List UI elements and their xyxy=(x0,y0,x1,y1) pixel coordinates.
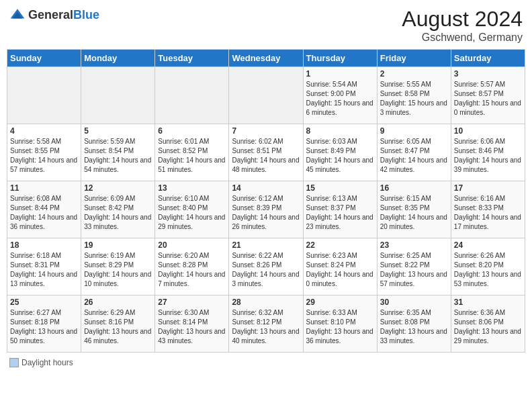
day-info: Sunrise: 6:18 AM Sunset: 8:31 PM Dayligh… xyxy=(10,251,78,289)
day-info: Sunrise: 6:06 AM Sunset: 8:46 PM Dayligh… xyxy=(454,137,522,175)
day-info: Sunrise: 6:20 AM Sunset: 8:28 PM Dayligh… xyxy=(158,251,226,289)
month-year: August 2024 xyxy=(402,7,523,32)
day-info: Sunrise: 5:54 AM Sunset: 9:00 PM Dayligh… xyxy=(306,80,374,118)
day-info: Sunrise: 6:13 AM Sunset: 8:37 PM Dayligh… xyxy=(306,194,374,232)
day-number: 7 xyxy=(232,126,300,136)
day-number: 30 xyxy=(380,298,448,307)
day-number: 26 xyxy=(84,298,152,307)
day-number: 27 xyxy=(158,298,226,307)
calendar-cell: 13Sunrise: 6:10 AM Sunset: 8:40 PM Dayli… xyxy=(155,181,229,238)
day-number: 2 xyxy=(380,69,448,79)
day-info: Sunrise: 6:09 AM Sunset: 8:42 PM Dayligh… xyxy=(84,194,152,232)
day-info: Sunrise: 6:36 AM Sunset: 8:06 PM Dayligh… xyxy=(454,308,522,346)
calendar-cell: 16Sunrise: 6:15 AM Sunset: 8:35 PM Dayli… xyxy=(377,181,451,238)
legend: Daylight hours xyxy=(7,358,525,369)
calendar-cell: 9Sunrise: 6:05 AM Sunset: 8:47 PM Daylig… xyxy=(377,124,451,181)
day-info: Sunrise: 6:29 AM Sunset: 8:16 PM Dayligh… xyxy=(84,308,152,346)
day-number: 29 xyxy=(306,298,374,307)
location: Gschwend, Germany xyxy=(402,32,523,44)
day-number: 25 xyxy=(10,298,78,307)
day-number: 28 xyxy=(232,298,300,307)
day-info: Sunrise: 6:10 AM Sunset: 8:40 PM Dayligh… xyxy=(158,194,226,232)
calendar-cell xyxy=(7,67,81,124)
calendar-week-5: 25Sunrise: 6:27 AM Sunset: 8:18 PM Dayli… xyxy=(7,295,525,353)
day-number: 19 xyxy=(84,240,152,250)
day-info: Sunrise: 6:25 AM Sunset: 8:22 PM Dayligh… xyxy=(380,251,448,289)
day-info: Sunrise: 6:23 AM Sunset: 8:24 PM Dayligh… xyxy=(306,251,374,289)
logo-icon xyxy=(9,7,26,23)
calendar-cell: 28Sunrise: 6:32 AM Sunset: 8:12 PM Dayli… xyxy=(229,295,303,353)
legend-label: Daylight hours xyxy=(21,358,73,367)
calendar-cell: 15Sunrise: 6:13 AM Sunset: 8:37 PM Dayli… xyxy=(303,181,377,238)
day-number: 13 xyxy=(158,183,226,193)
calendar-week-2: 4Sunrise: 5:58 AM Sunset: 8:55 PM Daylig… xyxy=(7,124,525,181)
day-number: 21 xyxy=(232,240,300,250)
calendar-cell: 20Sunrise: 6:20 AM Sunset: 8:28 PM Dayli… xyxy=(155,238,229,295)
day-info: Sunrise: 6:33 AM Sunset: 8:10 PM Dayligh… xyxy=(306,308,374,346)
day-header-sunday: Sunday xyxy=(7,50,81,67)
calendar-week-3: 11Sunrise: 6:08 AM Sunset: 8:44 PM Dayli… xyxy=(7,181,525,238)
calendar-cell: 7Sunrise: 6:02 AM Sunset: 8:51 PM Daylig… xyxy=(229,124,303,181)
day-number: 12 xyxy=(84,183,152,193)
day-info: Sunrise: 6:30 AM Sunset: 8:14 PM Dayligh… xyxy=(158,308,226,346)
day-number: 1 xyxy=(306,69,374,79)
day-info: Sunrise: 5:55 AM Sunset: 8:58 PM Dayligh… xyxy=(380,80,448,118)
calendar-cell: 22Sunrise: 6:23 AM Sunset: 8:24 PM Dayli… xyxy=(303,238,377,295)
day-number: 17 xyxy=(454,183,522,193)
day-number: 9 xyxy=(380,126,448,136)
day-number: 23 xyxy=(380,240,448,250)
day-info: Sunrise: 6:16 AM Sunset: 8:33 PM Dayligh… xyxy=(454,194,522,232)
day-info: Sunrise: 6:27 AM Sunset: 8:18 PM Dayligh… xyxy=(10,308,78,346)
day-info: Sunrise: 6:02 AM Sunset: 8:51 PM Dayligh… xyxy=(232,137,300,175)
day-number: 20 xyxy=(158,240,226,250)
logo-general: General xyxy=(28,8,73,22)
day-info: Sunrise: 6:05 AM Sunset: 8:47 PM Dayligh… xyxy=(380,137,448,175)
day-header-thursday: Thursday xyxy=(303,50,377,67)
day-number: 16 xyxy=(380,183,448,193)
calendar-cell: 12Sunrise: 6:09 AM Sunset: 8:42 PM Dayli… xyxy=(81,181,155,238)
day-info: Sunrise: 6:01 AM Sunset: 8:52 PM Dayligh… xyxy=(158,137,226,175)
day-info: Sunrise: 6:26 AM Sunset: 8:20 PM Dayligh… xyxy=(454,251,522,289)
logo: General Blue xyxy=(9,7,99,23)
calendar-cell: 27Sunrise: 6:30 AM Sunset: 8:14 PM Dayli… xyxy=(155,295,229,353)
day-info: Sunrise: 5:58 AM Sunset: 8:55 PM Dayligh… xyxy=(10,137,78,175)
day-number: 31 xyxy=(454,298,522,307)
day-info: Sunrise: 5:57 AM Sunset: 8:57 PM Dayligh… xyxy=(454,80,522,118)
day-info: Sunrise: 6:32 AM Sunset: 8:12 PM Dayligh… xyxy=(232,308,300,346)
day-number: 6 xyxy=(158,126,226,136)
calendar-cell: 21Sunrise: 6:22 AM Sunset: 8:26 PM Dayli… xyxy=(229,238,303,295)
day-header-tuesday: Tuesday xyxy=(155,50,229,67)
calendar-cell xyxy=(229,67,303,124)
day-header-monday: Monday xyxy=(81,50,155,67)
calendar-cell: 4Sunrise: 5:58 AM Sunset: 8:55 PM Daylig… xyxy=(7,124,81,181)
calendar-table: SundayMondayTuesdayWednesdayThursdayFrid… xyxy=(7,49,525,353)
day-number: 8 xyxy=(306,126,374,136)
day-number: 5 xyxy=(84,126,152,136)
day-number: 11 xyxy=(10,183,78,193)
calendar-cell: 1Sunrise: 5:54 AM Sunset: 9:00 PM Daylig… xyxy=(303,67,377,124)
day-number: 18 xyxy=(10,240,78,250)
calendar-cell: 19Sunrise: 6:19 AM Sunset: 8:29 PM Dayli… xyxy=(81,238,155,295)
day-number: 4 xyxy=(10,126,78,136)
logo-blue: Blue xyxy=(73,8,99,22)
header-row: SundayMondayTuesdayWednesdayThursdayFrid… xyxy=(7,50,525,67)
day-number: 14 xyxy=(232,183,300,193)
day-header-wednesday: Wednesday xyxy=(229,50,303,67)
day-number: 22 xyxy=(306,240,374,250)
day-info: Sunrise: 6:35 AM Sunset: 8:08 PM Dayligh… xyxy=(380,308,448,346)
calendar-cell: 29Sunrise: 6:33 AM Sunset: 8:10 PM Dayli… xyxy=(303,295,377,353)
day-info: Sunrise: 6:15 AM Sunset: 8:35 PM Dayligh… xyxy=(380,194,448,232)
calendar-cell: 2Sunrise: 5:55 AM Sunset: 8:58 PM Daylig… xyxy=(377,67,451,124)
legend-item: Daylight hours xyxy=(9,358,73,367)
day-info: Sunrise: 6:12 AM Sunset: 8:39 PM Dayligh… xyxy=(232,194,300,232)
calendar-week-4: 18Sunrise: 6:18 AM Sunset: 8:31 PM Dayli… xyxy=(7,238,525,295)
calendar-cell: 26Sunrise: 6:29 AM Sunset: 8:16 PM Dayli… xyxy=(81,295,155,353)
calendar-cell: 24Sunrise: 6:26 AM Sunset: 8:20 PM Dayli… xyxy=(451,238,525,295)
calendar-cell: 31Sunrise: 6:36 AM Sunset: 8:06 PM Dayli… xyxy=(451,295,525,353)
calendar-cell: 3Sunrise: 5:57 AM Sunset: 8:57 PM Daylig… xyxy=(451,67,525,124)
day-info: Sunrise: 6:03 AM Sunset: 8:49 PM Dayligh… xyxy=(306,137,374,175)
day-number: 10 xyxy=(454,126,522,136)
title-block: August 2024 Gschwend, Germany xyxy=(402,7,523,44)
day-info: Sunrise: 5:59 AM Sunset: 8:54 PM Dayligh… xyxy=(84,137,152,175)
day-info: Sunrise: 6:22 AM Sunset: 8:26 PM Dayligh… xyxy=(232,251,300,289)
